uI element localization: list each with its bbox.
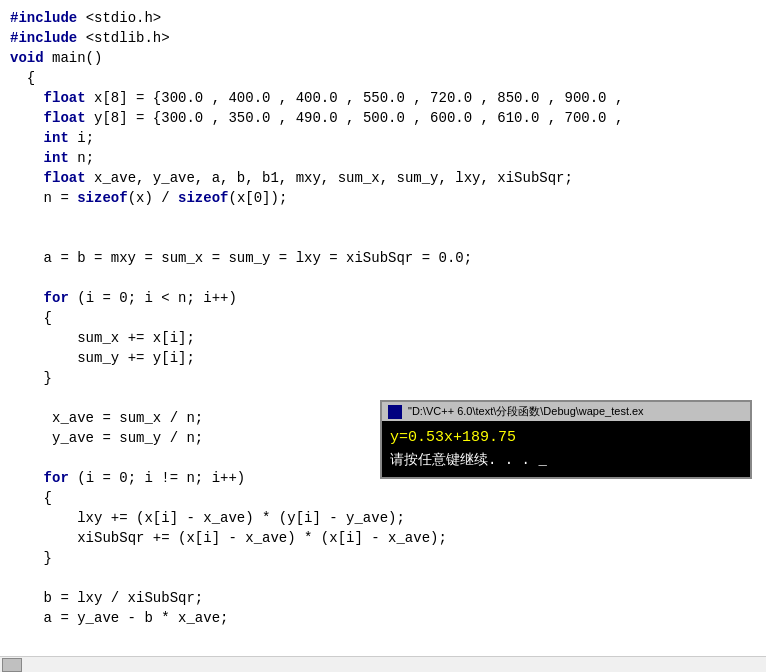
code-line: float y[8] = {300.0 , 350.0 , 490.0 , 50… <box>10 108 756 128</box>
terminal-result: y=0.53x+189.75 <box>390 427 742 449</box>
code-line: } <box>10 548 756 568</box>
terminal-icon <box>388 405 402 419</box>
code-editor: #include <stdio.h> #include <stdlib.h> v… <box>0 0 766 672</box>
code-line: { <box>10 488 756 508</box>
code-line: a = b = mxy = sum_x = sum_y = lxy = xiSu… <box>10 248 756 268</box>
code-line <box>10 228 756 248</box>
scrollbar-bottom[interactable] <box>0 656 766 672</box>
code-line: } <box>10 368 756 388</box>
code-line: #include <stdio.h> <box>10 8 756 28</box>
code-line: lxy += (x[i] - x_ave) * (y[i] - y_ave); <box>10 508 756 528</box>
code-line: #include <stdlib.h> <box>10 28 756 48</box>
code-line: float x[8] = {300.0 , 400.0 , 400.0 , 55… <box>10 88 756 108</box>
terminal-prompt: 请按任意键继续. . . _ <box>390 449 742 471</box>
code-line: float x_ave, y_ave, a, b, b1, mxy, sum_x… <box>10 168 756 188</box>
code-line: { <box>10 308 756 328</box>
terminal-titlebar: "D:\VC++ 6.0\text\分段函数\Debug\wape_test.e… <box>382 402 750 421</box>
code-line: { <box>10 68 756 88</box>
code-line <box>10 268 756 288</box>
terminal-popup[interactable]: "D:\VC++ 6.0\text\分段函数\Debug\wape_test.e… <box>380 400 752 479</box>
scrollbar-thumb[interactable] <box>2 658 22 672</box>
code-line: n = sizeof(x) / sizeof(x[0]); <box>10 188 756 208</box>
terminal-body: y=0.53x+189.75 请按任意键继续. . . _ <box>382 421 750 477</box>
code-line <box>10 208 756 228</box>
terminal-title: "D:\VC++ 6.0\text\分段函数\Debug\wape_test.e… <box>408 404 744 419</box>
code-line: b = lxy / xiSubSqr; <box>10 588 756 608</box>
code-line: sum_y += y[i]; <box>10 348 756 368</box>
code-line: xiSubSqr += (x[i] - x_ave) * (x[i] - x_a… <box>10 528 756 548</box>
code-line: sum_x += x[i]; <box>10 328 756 348</box>
code-line <box>10 568 756 588</box>
code-line: void main() <box>10 48 756 68</box>
code-line: int n; <box>10 148 756 168</box>
code-line: a = y_ave - b * x_ave; <box>10 608 756 628</box>
code-line: for (i = 0; i < n; i++) <box>10 288 756 308</box>
code-line: int i; <box>10 128 756 148</box>
